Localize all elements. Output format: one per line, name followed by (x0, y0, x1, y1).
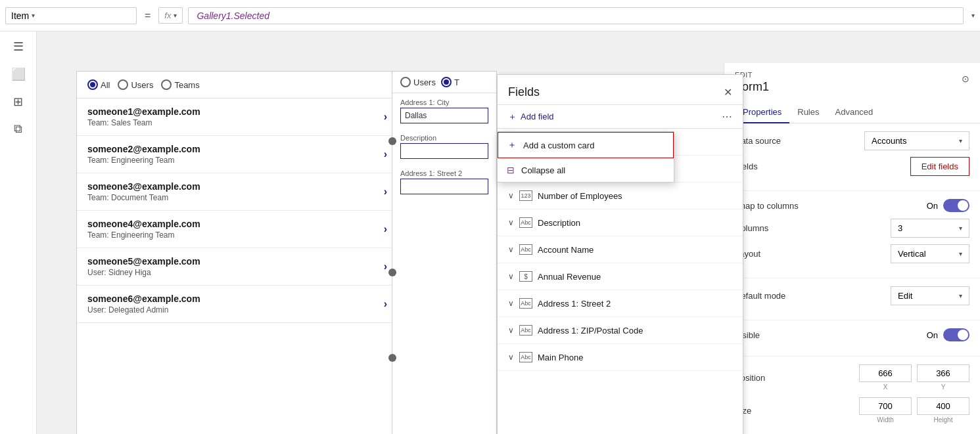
field-chevron-icon: ∨ (508, 272, 514, 281)
field-name-label: Main Phone (538, 353, 583, 362)
list-item-team: User: Sidney Higa (87, 268, 384, 277)
list-item[interactable]: someone2@example.com Team: Engineering T… (77, 136, 398, 173)
fields-panel-close-button[interactable]: ✕ (724, 86, 732, 98)
visible-control: On (927, 328, 969, 341)
props-header: EDIT Form1 ⊙ (724, 63, 980, 97)
list-item-chevron: › (384, 148, 387, 160)
field-chevron-icon: ∨ (508, 353, 514, 362)
field-type-abc-icon: Abc (519, 217, 532, 228)
layout-row: Layout Vertical ▾ (735, 244, 969, 263)
fx-bar[interactable]: fx ▾ (158, 7, 183, 24)
collapse-all-option[interactable]: ⊟ Collapse all (498, 158, 674, 182)
resize-handle-bottom[interactable] (388, 354, 396, 362)
list-item-email: someone2@example.com (87, 144, 384, 154)
position-row: Position X Y (735, 364, 969, 391)
form-field-desc-input[interactable] (400, 143, 488, 159)
position-x-label: X (883, 383, 888, 391)
main-canvas: All Users Teams someone1@example.com Tea… (37, 32, 980, 434)
radio-users[interactable]: Users (118, 79, 153, 90)
add-custom-card-option[interactable]: ＋ Add a custom card (498, 132, 674, 158)
resize-handle-top[interactable] (388, 137, 396, 145)
field-item[interactable]: ∨ $ Annual Revenue (498, 263, 743, 290)
form-field-city-input[interactable] (400, 108, 488, 123)
fields-row: Fields Edit fields (735, 157, 969, 176)
default-mode-select[interactable]: Edit ▾ (891, 286, 969, 305)
collapse-all-label: Collapse all (521, 165, 565, 175)
field-item[interactable]: ∨ Abc Description (498, 209, 743, 236)
form-field-street2-input[interactable] (400, 179, 488, 194)
visible-toggle[interactable] (943, 328, 969, 341)
position-section: Position X Y Size Wid (724, 357, 980, 434)
position-x-input[interactable] (859, 364, 912, 382)
layers-icon[interactable]: ⬜ (11, 67, 26, 81)
visible-row: Visible On (735, 328, 969, 341)
field-name-label: Address 1: ZIP/Postal Code (538, 326, 643, 336)
form-title: Form1 (735, 80, 969, 94)
list-item-content: someone3@example.com Team: Document Team (87, 181, 384, 202)
fx-label: fx (164, 11, 171, 20)
list-item[interactable]: someone4@example.com Team: Engineering T… (77, 211, 398, 248)
size-h-item: Height (917, 397, 969, 423)
form-radio-t[interactable]: T (441, 77, 459, 87)
layout-select[interactable]: Vertical ▾ (891, 244, 969, 263)
columns-select[interactable]: 3 ▾ (891, 219, 969, 238)
field-item[interactable]: ∨ Abc Account Name (498, 236, 743, 263)
list-item-chevron: › (384, 261, 387, 272)
radio-teams[interactable]: Teams (161, 79, 199, 90)
field-chevron-icon: ∨ (508, 245, 514, 254)
add-custom-card-label: Add a custom card (523, 141, 594, 150)
list-item[interactable]: someone3@example.com Team: Document Team… (77, 173, 398, 211)
data-source-select[interactable]: Accounts ▾ (864, 131, 969, 150)
default-mode-value: Edit (898, 291, 912, 301)
list-item-content: someone6@example.com User: Delegated Adm… (87, 293, 384, 315)
form-field-desc: Description (392, 129, 496, 164)
form-radio-group: Users T (400, 77, 459, 87)
list-item-chevron: › (384, 186, 387, 198)
add-field-button[interactable]: ＋ Add field (508, 111, 554, 123)
field-chevron-icon: ∨ (508, 326, 514, 335)
formula-bar[interactable]: Gallery1.Selected (188, 7, 964, 24)
field-item[interactable]: ∨ 123 Number of Employees (498, 183, 743, 209)
hamburger-icon[interactable]: ☰ (13, 39, 24, 54)
data-source-value: Accounts (872, 136, 906, 146)
field-type-abc-icon: Abc (519, 244, 532, 255)
tab-rules[interactable]: Rules (789, 102, 827, 123)
fields-more-icon[interactable]: ⋯ (722, 110, 732, 123)
help-icon[interactable]: ⊙ (962, 74, 969, 84)
field-item[interactable]: ∨ Abc Main Phone (498, 344, 743, 371)
field-item[interactable]: ∨ Abc Address 1: Street 2 (498, 290, 743, 317)
list-item-email: someone6@example.com (87, 293, 384, 304)
form-radio-users[interactable]: Users (400, 77, 436, 87)
tab-advanced[interactable]: Advanced (828, 102, 881, 123)
snap-control: On (927, 199, 969, 212)
list-item-team: Team: Document Team (87, 193, 384, 202)
list-item-team: Team: Engineering Team (87, 156, 384, 165)
list-item[interactable]: someone5@example.com User: Sidney Higa › (77, 248, 398, 286)
props-panel: EDIT Form1 ⊙ Properties Rules Advanced D… (724, 63, 980, 434)
formula-text: Gallery1.Selected (197, 11, 269, 21)
field-name-label: Annual Revenue (538, 272, 601, 282)
snap-toggle[interactable] (943, 199, 969, 212)
edit-fields-button[interactable]: Edit fields (910, 157, 969, 176)
size-width-input[interactable] (859, 397, 912, 415)
size-height-label: Height (934, 416, 953, 423)
default-mode-row: Default mode Edit ▾ (735, 286, 969, 305)
form-field-desc-label: Description (400, 134, 488, 142)
list-item-chevron: › (384, 111, 387, 123)
fields-panel: Fields ✕ ＋ Add field ⋯ ∨ Abc Address 1: … (497, 74, 743, 434)
components-icon[interactable]: ⧉ (14, 122, 22, 136)
grid-icon[interactable]: ⊞ (13, 95, 23, 109)
list-item-team: User: Delegated Admin (87, 305, 384, 315)
field-item[interactable]: ∨ Abc Address 1: ZIP/Postal Code (498, 317, 743, 344)
list-item[interactable]: someone1@example.com Team: Sales Team › (77, 98, 398, 136)
list-item[interactable]: someone6@example.com User: Delegated Adm… (77, 286, 398, 323)
fields-panel-header: Fields ✕ (498, 75, 743, 105)
item-select[interactable]: Item ▾ (5, 7, 137, 24)
radio-all[interactable]: All (87, 79, 110, 90)
resize-handle-mid[interactable] (388, 269, 396, 276)
size-height-input[interactable] (917, 397, 969, 415)
form-field-city-label: Address 1: City (400, 98, 488, 106)
plus-icon: ＋ (507, 139, 517, 151)
position-y-input[interactable] (917, 364, 969, 382)
snap-label: Snap to columns (735, 201, 799, 211)
